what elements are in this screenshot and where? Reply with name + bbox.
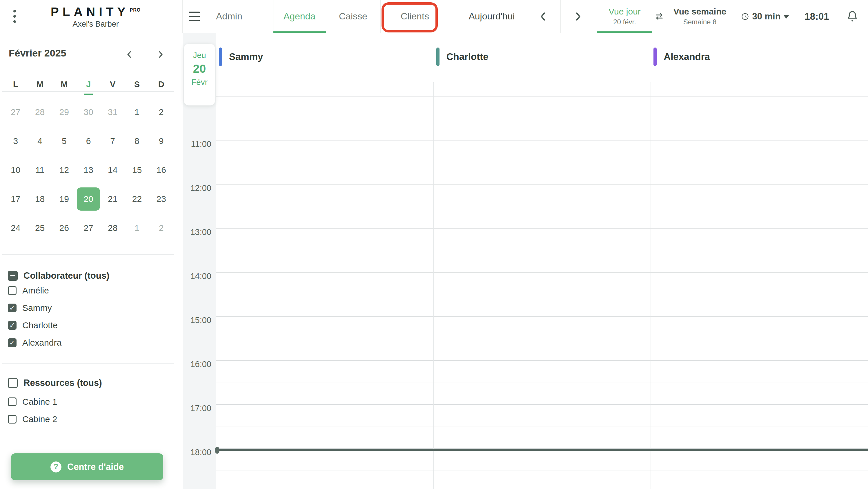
tab[interactable]: Caisse	[326, 0, 380, 33]
sidebar: Février 2025 LMMJVSD 2728293031123456789…	[0, 33, 183, 489]
mini-calendar-day[interactable]: 8	[125, 130, 149, 153]
chevron-right-icon	[157, 50, 165, 59]
mini-calendar-day[interactable]: 3	[4, 130, 27, 153]
hamburger-menu-icon[interactable]	[189, 0, 205, 33]
collaborator-name: Sammy	[22, 303, 52, 313]
mini-calendar-day[interactable]: 22	[125, 188, 149, 210]
collaborator-checkbox[interactable]	[8, 303, 17, 312]
mini-calendar-day[interactable]: 16	[150, 159, 173, 182]
tab[interactable]: Clients	[380, 0, 450, 33]
collaborator-item[interactable]: Sammy	[8, 301, 52, 314]
mini-calendar-day[interactable]: 1	[125, 217, 149, 239]
mini-calendar-day[interactable]: 10	[4, 159, 27, 182]
collaborator-checkbox[interactable]	[8, 338, 17, 347]
day-view-label: Vue jour	[609, 7, 641, 17]
mini-calendar-day[interactable]: 28	[28, 100, 52, 124]
mini-calendar-day[interactable]: 27	[4, 100, 27, 124]
collaborator-checkbox[interactable]	[8, 321, 17, 330]
mini-calendar-day[interactable]: 26	[53, 217, 76, 239]
week-view-label: Vue semaine	[674, 7, 726, 17]
collaborator-item[interactable]: Alexandra	[8, 336, 61, 349]
resource-item[interactable]: Cabine 1	[8, 395, 57, 408]
column-name: Charlotte	[446, 51, 489, 62]
previous-day-button[interactable]	[525, 0, 560, 33]
mini-calendar-day[interactable]: 27	[77, 217, 100, 239]
interval-dropdown[interactable]: 30 min	[733, 0, 797, 33]
schedule-grid[interactable]	[216, 82, 868, 489]
mini-calendar-day[interactable]: 2	[150, 217, 173, 239]
time-label: 17:00	[183, 403, 211, 413]
next-month-button[interactable]	[152, 46, 169, 63]
collaborator-item[interactable]: Charlotte	[8, 319, 58, 332]
collaborator-column-header: Charlotte	[433, 44, 651, 70]
help-center-label: Centre d'aide	[67, 462, 124, 472]
chevron-right-icon	[574, 11, 583, 22]
mini-calendar-day[interactable]: 1	[125, 100, 149, 124]
collaborator-item[interactable]: Amélie	[8, 284, 49, 297]
resource-name: Cabine 1	[22, 397, 57, 407]
mini-calendar-day[interactable]: 17	[4, 188, 27, 210]
kebab-menu-icon[interactable]	[9, 0, 20, 33]
mini-calendar-grid: 2728293031123456789101112131415161718192…	[3, 98, 174, 271]
mini-calendar-day[interactable]: 12	[53, 159, 76, 182]
mini-calendar-day[interactable]: 15	[125, 159, 149, 182]
column-color-bar	[436, 47, 439, 66]
resource-checkbox[interactable]	[8, 397, 17, 406]
tab[interactable]: Admin	[216, 0, 242, 33]
mini-calendar-day[interactable]: 29	[53, 100, 76, 124]
mini-calendar-day[interactable]: 25	[28, 217, 52, 239]
mini-calendar-day[interactable]: 24	[4, 217, 27, 239]
resources-all-checkbox[interactable]	[8, 378, 18, 388]
collaborator-name: Amélie	[22, 286, 49, 295]
collaborators-filter-header[interactable]: Collaborateur (tous)	[8, 269, 109, 282]
mini-calendar-day[interactable]: 11	[28, 159, 52, 182]
mini-calendar-day[interactable]: 28	[101, 217, 124, 239]
planity-app: PLANITYPRO Axel's Barber AgendaCaisseCli…	[0, 0, 868, 489]
mini-calendar-day[interactable]: 20	[77, 188, 100, 210]
today-button[interactable]: Aujourd'hui	[459, 0, 525, 33]
salon-name: Axel's Barber	[72, 20, 119, 29]
mini-calendar-day[interactable]: 4	[28, 130, 52, 153]
mini-calendar-day[interactable]: 14	[101, 159, 124, 182]
resource-checkbox[interactable]	[8, 415, 17, 424]
mini-calendar-day[interactable]: 31	[101, 100, 124, 124]
week-view-toggle[interactable]: Vue semaine Semaine 8	[667, 0, 733, 33]
previous-month-button[interactable]	[120, 46, 138, 63]
help-center-button[interactable]: ? Centre d'aide	[11, 453, 163, 480]
clock-icon	[741, 12, 749, 21]
mini-calendar-day[interactable]: 19	[53, 188, 76, 210]
weekday-label: S	[125, 76, 149, 92]
tab[interactable]: Agenda	[273, 0, 326, 33]
mini-calendar-day[interactable]: 5	[53, 130, 76, 153]
week-view-week-number: Semaine 8	[683, 18, 717, 26]
mini-calendar-day[interactable]: 30	[77, 100, 100, 124]
day-view-toggle[interactable]: Vue jour 20 févr.	[597, 0, 652, 33]
bell-icon	[846, 10, 859, 23]
divider	[182, 0, 183, 33]
divider	[2, 363, 174, 364]
mini-calendar-day[interactable]: 18	[28, 188, 52, 210]
swap-views-icon[interactable]	[652, 0, 667, 33]
weekday-label: J	[76, 76, 101, 92]
collaborator-column-header: Alexandra	[651, 44, 868, 70]
collaborator-name: Charlotte	[22, 320, 58, 330]
notifications-bell-button[interactable]	[837, 0, 868, 33]
mini-calendar-day[interactable]: 2	[150, 100, 173, 124]
mini-calendar-day[interactable]: 9	[150, 130, 173, 153]
mini-calendar-day[interactable]: 7	[101, 130, 124, 153]
time-label: 16:00	[183, 359, 211, 369]
mini-calendar-day[interactable]: 21	[101, 188, 124, 210]
resources-filter-header[interactable]: Ressources (tous)	[8, 377, 102, 389]
resource-item[interactable]: Cabine 2	[8, 413, 57, 426]
time-label: 11:00	[183, 139, 211, 149]
mini-calendar-day[interactable]: 13	[77, 159, 100, 182]
divider	[2, 254, 174, 255]
collaborator-checkbox[interactable]	[8, 286, 17, 295]
mini-calendar-day[interactable]: 6	[77, 130, 100, 153]
collaborators-all-checkbox[interactable]	[8, 271, 18, 281]
column-name: Alexandra	[663, 51, 710, 62]
next-day-button[interactable]	[560, 0, 596, 33]
time-label: 12:00	[183, 183, 211, 193]
chevron-left-icon	[538, 11, 547, 22]
mini-calendar-day[interactable]: 23	[150, 188, 173, 210]
